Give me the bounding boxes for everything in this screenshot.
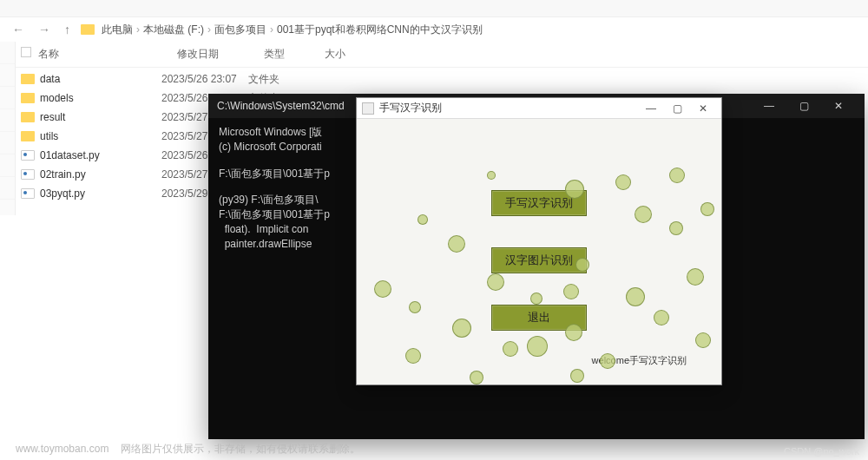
maximize-button[interactable]: ▢ — [786, 94, 821, 118]
ellipse-bubble — [575, 258, 589, 272]
credit-watermark: CSDN @no_work — [784, 446, 859, 457]
ellipse-bubble — [405, 348, 421, 364]
ellipse-bubble — [600, 353, 615, 369]
nav-up-icon[interactable]: ↑ — [61, 23, 74, 36]
file-name: 01dataset.py — [40, 149, 161, 161]
ellipse-bubble — [503, 341, 518, 357]
column-name[interactable]: 名称 — [38, 47, 177, 62]
ellipse-bubble — [418, 214, 428, 225]
footer-note: 网络图片仅供展示，非存储，如有侵权请联系删除。 — [121, 443, 360, 455]
breadcrumb[interactable]: 此电脑› 本地磁盘 (F:)› 面包多项目› 001基于pyqt和卷积网络CNN… — [102, 23, 483, 37]
explorer-tabs-bar — [0, 0, 868, 17]
ellipse-bubble — [570, 369, 584, 383]
file-name: data — [40, 73, 161, 85]
page-footer: www.toymoban.com 网络图片仅供展示，非存储，如有侵权请联系删除。 — [16, 442, 360, 457]
file-name: 02train.py — [40, 168, 161, 181]
nav-forward-icon[interactable]: → — [35, 23, 54, 36]
ellipse-bubble — [409, 301, 421, 313]
ellipse-bubble — [527, 336, 548, 357]
ellipse-bubble — [687, 268, 704, 286]
py-icon — [21, 188, 35, 199]
nav-back-icon[interactable]: ← — [9, 23, 28, 36]
breadcrumb-item[interactable]: 面包多项目 — [214, 23, 266, 37]
app-icon — [362, 102, 374, 115]
ellipse-bubble — [626, 287, 645, 306]
column-type[interactable]: 类型 — [264, 47, 325, 62]
close-button[interactable]: ✕ — [821, 94, 856, 118]
ellipse-bubble — [669, 221, 683, 235]
pyqt-titlebar[interactable]: 手写汉字识别 — ▢ ✕ — [357, 98, 721, 119]
footer-host: www.toymoban.com — [16, 443, 108, 455]
minimize-button[interactable]: — — [752, 94, 786, 118]
ellipse-bubble — [530, 292, 542, 305]
pyqt-body: 手写汉字识别 汉字图片识别 退出 welcome手写汉字识别 — [357, 119, 721, 384]
select-all-checkbox[interactable] — [21, 47, 31, 57]
breadcrumb-item[interactable]: 001基于pyqt和卷积网络CNN的中文汉字识别 — [277, 23, 483, 37]
ellipse-bubble — [654, 310, 669, 325]
image-recognize-button[interactable]: 汉字图片识别 — [491, 247, 587, 273]
folder-icon — [81, 24, 95, 35]
folder-icon — [21, 93, 35, 103]
ellipse-bubble — [448, 235, 465, 253]
column-date[interactable]: 修改日期 — [177, 47, 264, 62]
ellipse-bubble — [563, 284, 579, 299]
maximize-button[interactable]: ▢ — [664, 102, 690, 115]
ellipse-bubble — [452, 319, 471, 338]
ellipse-bubble — [565, 324, 582, 341]
close-button[interactable]: ✕ — [690, 102, 716, 115]
file-name: models — [40, 92, 161, 104]
ellipse-bubble — [565, 180, 584, 199]
file-name: utils — [40, 130, 161, 142]
folder-icon — [21, 74, 35, 84]
column-size[interactable]: 大小 — [325, 47, 377, 62]
file-name: result — [40, 111, 161, 123]
explorer-columns: 名称 修改日期 类型 大小 — [0, 42, 868, 68]
ellipse-bubble — [695, 332, 711, 348]
ellipse-bubble — [487, 171, 496, 180]
ellipse-bubble — [700, 202, 714, 216]
breadcrumb-item[interactable]: 本地磁盘 (F:) — [143, 23, 204, 37]
ellipse-bubble — [635, 206, 652, 223]
explorer-sidebar — [0, 42, 16, 215]
folder-icon — [21, 131, 35, 141]
ellipse-bubble — [470, 371, 483, 384]
minimize-button[interactable]: — — [638, 102, 664, 115]
py-icon — [21, 150, 35, 161]
table-row[interactable]: data 2023/5/26 23:07 文件夹 — [21, 69, 847, 89]
ellipse-bubble — [374, 280, 391, 298]
pyqt-dialog: 手写汉字识别 — ▢ ✕ 手写汉字识别 汉字图片识别 退出 welcome手写汉… — [356, 97, 722, 385]
ellipse-bubble — [487, 273, 504, 291]
file-name: 03pyqt.py — [40, 187, 161, 200]
breadcrumb-item[interactable]: 此电脑 — [102, 23, 133, 37]
file-date: 2023/5/26 23:07 — [161, 73, 248, 85]
explorer-address-bar: ← → ↑ 此电脑› 本地磁盘 (F:)› 面包多项目› 001基于pyqt和卷… — [0, 17, 868, 42]
folder-icon — [21, 112, 35, 122]
py-icon — [21, 169, 35, 180]
terminal-title: C:\Windows\System32\cmd — [217, 100, 345, 112]
ellipse-bubble — [615, 174, 631, 190]
file-type: 文件夹 — [248, 72, 309, 87]
pyqt-title-text: 手写汉字识别 — [379, 101, 442, 115]
ellipse-bubble — [669, 168, 685, 183]
